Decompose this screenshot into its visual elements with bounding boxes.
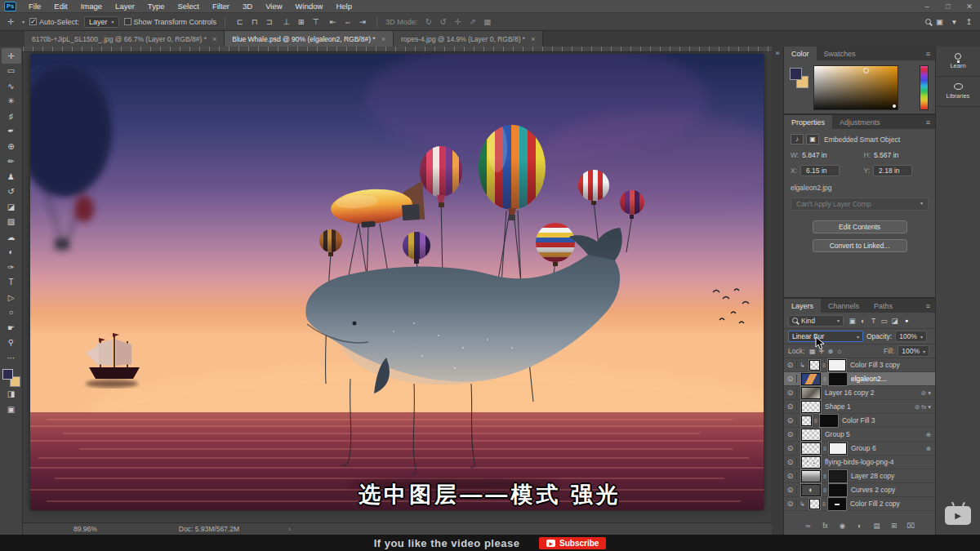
learn-button[interactable]: Learn <box>936 47 980 77</box>
convert-to-linked-button[interactable]: Convert to Linked... <box>813 239 907 252</box>
transform-field[interactable]: Y:2.18 in <box>864 165 929 176</box>
gradient-tool[interactable]: ▨ <box>2 215 21 230</box>
libraries-button[interactable]: Libraries <box>936 77 980 107</box>
layer-shape-1[interactable]: ⊙ Shape 1 ⊘ fx ▾ <box>784 400 935 414</box>
hand-tool[interactable]: ☛ <box>2 320 21 335</box>
canvas-artwork[interactable] <box>30 54 764 510</box>
layer-thumbnail[interactable] <box>801 456 821 469</box>
opacity-dropdown[interactable]: 100% ▾ <box>895 331 927 342</box>
align-icon[interactable]: ⊏ <box>234 17 246 26</box>
edit-contents-button[interactable]: Edit Contents <box>813 220 907 233</box>
tab-close-icon[interactable]: × <box>381 35 385 43</box>
hue-slider[interactable] <box>920 65 929 110</box>
distribute-icon[interactable]: ⇔ <box>341 17 354 26</box>
transform-field[interactable]: X:6.15 in <box>791 165 856 176</box>
document-tab[interactable]: ropes-4.jpg @ 14.9% (Layer 0, RGB/8) * × <box>394 31 544 47</box>
align-icon[interactable]: ⊓ <box>248 17 261 26</box>
restore-button[interactable]: □ <box>938 2 959 11</box>
panel-tab[interactable]: Properties <box>784 115 832 129</box>
transform-field[interactable]: H:5.567 in <box>864 151 929 159</box>
color-fg-swatch[interactable] <box>790 68 802 80</box>
link-layers-icon[interactable]: ∞ <box>804 522 813 530</box>
share-icon[interactable]: ↥ <box>963 17 975 26</box>
layer-visibility-toggle[interactable]: ⊙ <box>784 486 797 494</box>
auto-select-checkbox[interactable]: ✓ <box>29 18 37 25</box>
layer-style-icon[interactable]: fx <box>821 522 831 530</box>
layer-mask-thumbnail[interactable] <box>829 442 847 455</box>
clone-stamp-tool[interactable]: ♟ <box>2 169 21 184</box>
eraser-tool[interactable]: ◪ <box>2 199 21 215</box>
show-transform-option[interactable]: Show Transform Controls <box>124 18 217 26</box>
layer-mask-thumbnail[interactable] <box>829 470 847 482</box>
layer-thumbnail[interactable]: ◐ <box>801 484 821 496</box>
menu-item[interactable]: 3D <box>236 2 259 11</box>
3d-mode-icon[interactable]: ⇗ <box>466 17 479 26</box>
layer-28-copy[interactable]: ⊙ 8 Layer 28 copy <box>784 469 935 483</box>
fill-dropdown[interactable]: 100% ▾ <box>898 345 929 357</box>
zoom-level[interactable]: 89.96% <box>74 525 97 533</box>
layer-curves-2-copy[interactable]: ⊙ ◐ 8 Curves 2 copy <box>784 483 935 497</box>
3d-mode-icon[interactable]: ↻ <box>422 17 434 26</box>
layer-color-fill-3[interactable]: ⊙ 8 Color Fill 3 <box>784 414 935 428</box>
tab-close-icon[interactable]: × <box>531 35 535 43</box>
history-brush-tool[interactable]: ↺ <box>2 184 21 200</box>
layer-group-6[interactable]: ⊙ 8 Group 6 ⊕ <box>784 442 935 455</box>
menu-item[interactable]: Help <box>329 2 359 11</box>
tab-close-icon[interactable]: × <box>212 35 216 43</box>
layer-mask-thumbnail[interactable] <box>829 484 847 496</box>
status-chevron-icon[interactable]: › <box>288 525 291 533</box>
menu-item[interactable]: Edit <box>47 2 74 11</box>
blend-mode-dropdown[interactable]: Linear Bur ▾ <box>788 331 863 342</box>
show-transform-checkbox[interactable] <box>124 18 131 25</box>
layer-mask-thumbnail[interactable] <box>829 373 847 385</box>
zoom-tool[interactable]: ⚲ <box>2 335 21 351</box>
menu-item[interactable]: Type <box>141 2 172 11</box>
layer-visibility-toggle[interactable]: ⊙ <box>784 375 797 383</box>
layer-visibility-toggle[interactable]: ⊙ <box>784 500 797 508</box>
3d-mode-icon[interactable]: ▦ <box>481 17 493 26</box>
layer-thumbnail[interactable] <box>801 429 821 441</box>
panel-tab[interactable]: Channels <box>821 299 866 313</box>
layer-visibility-toggle[interactable]: ⊙ <box>784 402 797 411</box>
lasso-tool[interactable]: ∿ <box>2 78 21 94</box>
filter-type-icon[interactable]: ▣ <box>847 317 858 325</box>
healing-brush-tool[interactable]: ⊕ <box>2 139 21 154</box>
foreground-color-swatch[interactable] <box>2 369 13 380</box>
layer-thumbnail[interactable] <box>801 401 821 413</box>
panel-menu-icon[interactable]: ≡ <box>926 118 930 127</box>
layer-mask-thumbnail[interactable] <box>828 498 846 510</box>
path-selection-tool[interactable]: ▷ <box>2 290 21 305</box>
align-icon[interactable]: ⊤ <box>310 17 322 26</box>
close-button[interactable]: ✕ <box>959 2 980 11</box>
workspace-switcher-icon[interactable]: ▣ <box>933 17 946 26</box>
marquee-tool[interactable]: ▭ <box>2 64 21 79</box>
panel-tab[interactable]: Adjustments <box>832 115 888 129</box>
color-picker-ring[interactable] <box>863 68 869 73</box>
layer-visibility-toggle[interactable]: ⊙ <box>784 416 797 424</box>
collapse-panels-icon[interactable]: » <box>775 49 779 57</box>
delete-layer-icon[interactable]: ⌧ <box>906 522 916 530</box>
3d-mode-icon[interactable]: ↺ <box>437 17 449 26</box>
crop-tool[interactable]: ♯ <box>2 109 21 124</box>
workspace-caret-icon[interactable]: ▾ <box>948 17 960 26</box>
filter-type-icon[interactable]: ◪ <box>889 317 900 325</box>
3d-mode-icon[interactable]: ✛ <box>452 17 464 26</box>
menu-item[interactable]: Filter <box>206 2 236 11</box>
align-icon[interactable]: ⊥ <box>280 17 292 26</box>
layer-thumbnail[interactable] <box>801 387 821 399</box>
layer-thumbnail[interactable] <box>801 373 821 385</box>
transform-field[interactable]: W:5.847 in <box>791 151 856 159</box>
kind-filter-dropdown[interactable]: Kind ▾ <box>788 315 844 327</box>
distribute-icon[interactable]: ⇤ <box>327 17 339 26</box>
edit-toolbar-button[interactable]: ⋯ <box>2 350 21 366</box>
menu-item[interactable]: Image <box>74 2 109 11</box>
layer-group-5[interactable]: ⊙ Group 5 ⊕ <box>784 428 935 442</box>
panel-menu-icon[interactable]: ≡ <box>926 50 930 58</box>
adjustment-layer-icon[interactable]: ◐ <box>855 522 865 530</box>
layer-thumbnail[interactable] <box>801 470 821 482</box>
document-tab[interactable]: Blue Whale.psd @ 90% (elgaleon2, RGB/8#)… <box>225 31 394 47</box>
layer-thumbnail[interactable] <box>801 415 812 426</box>
layer-color-fill-2-copy[interactable]: ⊙ ↳ 8 Color Fill 2 copy <box>784 497 935 511</box>
layer-visibility-toggle[interactable]: ⊙ <box>784 389 797 397</box>
filter-type-icon[interactable]: T <box>868 317 879 325</box>
